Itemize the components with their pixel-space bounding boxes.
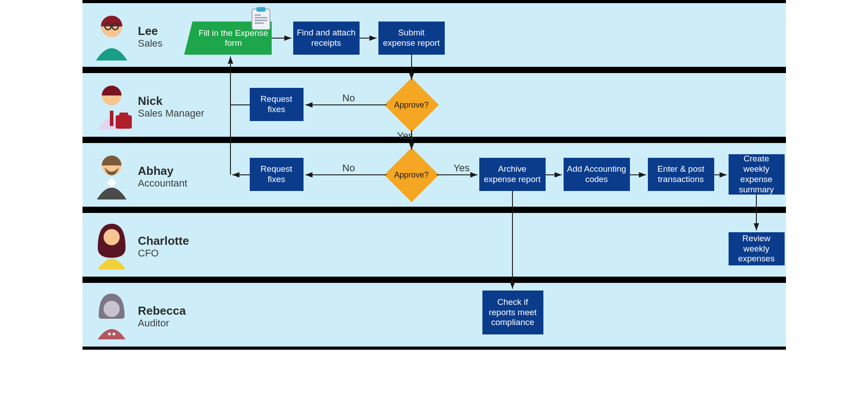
svg-rect-16: [255, 17, 267, 18]
lane-rebecca: Rebecca Auditor: [82, 280, 786, 350]
actor-name-lee: Lee: [138, 25, 163, 37]
svg-point-12: [113, 333, 115, 335]
avatar-nick: [91, 81, 132, 132]
avatar-abhay: [91, 151, 132, 202]
clipboard-icon: [248, 6, 273, 31]
actor-name-nick: Nick: [138, 95, 204, 107]
node-submit-expense-report: Submit expense report: [378, 22, 445, 55]
node-request-fixes-abhay: Request fixes: [250, 158, 304, 191]
avatar-lee: [91, 11, 132, 62]
node-review-weekly-expenses: Review weekly expenses: [729, 232, 785, 265]
node-check-compliance-label: Check if reports meet compliance: [485, 297, 541, 328]
swimlane-flowchart: Lee Sales Nick Sales Manager: [82, 0, 786, 352]
node-add-accounting-codes-label: Add Accounting codes: [566, 164, 627, 185]
node-add-accounting-codes: Add Accounting codes: [564, 158, 630, 191]
lane-charlotte: Charlotte CFO: [82, 210, 786, 280]
lane-header-charlotte: Charlotte CFO: [91, 221, 189, 272]
edge-label-no-2: No: [343, 162, 355, 174]
actor-name-abhay: Abhay: [138, 165, 187, 177]
svg-rect-13: [252, 9, 270, 30]
node-approve-abhay: Approve?: [385, 148, 438, 202]
node-find-attach-receipts-label: Find and attach receipts: [296, 28, 357, 48]
svg-rect-14: [256, 7, 265, 12]
node-archive-expense-report: Archive expense report: [479, 158, 546, 191]
actor-role-rebecca: Auditor: [138, 318, 186, 328]
node-request-fixes-nick: Request fixes: [250, 88, 304, 121]
svg-point-10: [104, 301, 120, 317]
avatar-charlotte: [91, 221, 132, 272]
node-create-weekly-summary-label: Create weekly expense summary: [731, 154, 782, 195]
node-submit-expense-report-label: Submit expense report: [381, 28, 442, 48]
svg-rect-6: [116, 115, 132, 129]
node-request-fixes-nick-label: Request fixes: [252, 94, 301, 115]
lane-header-abhay: Abhay Accountant: [91, 151, 187, 202]
svg-point-11: [108, 333, 111, 335]
actor-role-abhay: Accountant: [138, 178, 187, 188]
node-approve-nick: Approve?: [385, 78, 438, 132]
node-enter-post-transactions: Enter & post transactions: [648, 158, 714, 191]
svg-rect-15: [255, 14, 261, 16]
actor-role-nick: Sales Manager: [138, 108, 204, 118]
actor-role-charlotte: CFO: [138, 248, 189, 258]
node-request-fixes-abhay-label: Request fixes: [252, 164, 301, 185]
edge-label-yes-1: Yes: [397, 130, 413, 142]
avatar-rebecca: [91, 291, 132, 342]
svg-rect-5: [110, 111, 113, 126]
node-create-weekly-summary: Create weekly expense summary: [729, 154, 785, 195]
edge-label-yes-2: Yes: [454, 162, 470, 174]
node-enter-post-transactions-label: Enter & post transactions: [651, 164, 712, 185]
node-archive-expense-report-label: Archive expense report: [482, 164, 543, 185]
node-approve-abhay-label: Approve?: [385, 148, 438, 202]
actor-role-lee: Sales: [138, 38, 163, 48]
actor-name-charlotte: Charlotte: [138, 235, 189, 247]
node-find-attach-receipts: Find and attach receipts: [293, 22, 360, 55]
actor-name-rebecca: Rebecca: [138, 305, 186, 317]
lane-header-nick: Nick Sales Manager: [91, 81, 204, 132]
svg-rect-17: [255, 20, 267, 21]
lane-header-lee: Lee Sales: [91, 11, 163, 62]
edge-label-no-1: No: [343, 92, 355, 104]
node-fill-expense-form-label: Fill in the Expense form: [195, 28, 272, 48]
svg-rect-7: [119, 113, 128, 117]
svg-rect-18: [255, 22, 264, 24]
node-check-compliance: Check if reports meet compliance: [482, 291, 543, 334]
node-review-weekly-expenses-label: Review weekly expenses: [731, 234, 782, 264]
node-approve-nick-label: Approve?: [385, 78, 438, 132]
lane-header-rebecca: Rebecca Auditor: [91, 291, 186, 342]
svg-point-9: [104, 229, 120, 245]
